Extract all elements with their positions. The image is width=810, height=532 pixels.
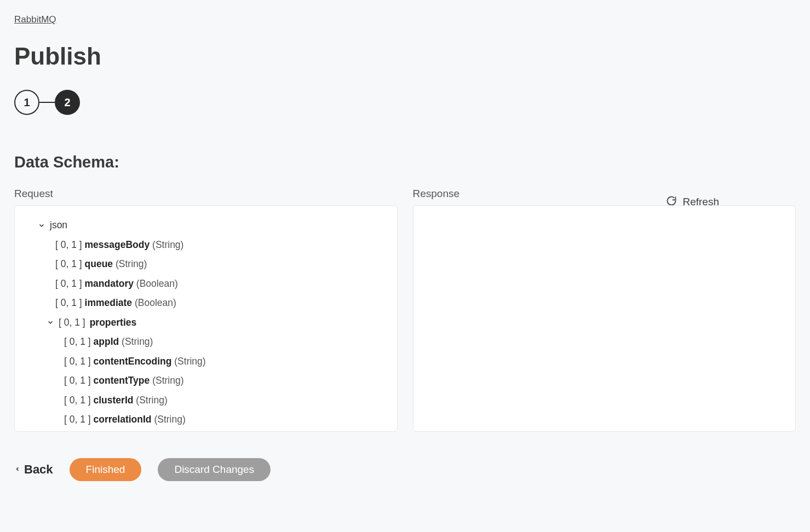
section-heading: Data Schema: bbox=[14, 153, 796, 171]
field-name: properties bbox=[90, 314, 137, 332]
field-type: (String) bbox=[152, 375, 183, 386]
back-button[interactable]: Back bbox=[14, 462, 53, 477]
field-name: clusterId bbox=[94, 395, 134, 406]
field-type: (String) bbox=[136, 395, 167, 406]
tree-field[interactable]: [ 0, 1 ] mandatory (Boolean) bbox=[55, 275, 387, 293]
occurrence: [ 0, 1 ] bbox=[64, 375, 91, 386]
tree-group-properties[interactable]: [ 0, 1 ] properties bbox=[24, 314, 387, 332]
request-panel: json [ 0, 1 ] messageBody (String)[ 0, 1… bbox=[14, 205, 398, 432]
step-2[interactable]: 2 bbox=[55, 90, 80, 115]
tree-field[interactable]: [ 0, 1 ] deliveryMode (Integer) bbox=[64, 431, 387, 432]
tree-root-label: json bbox=[50, 217, 67, 234]
field-type: (String) bbox=[154, 414, 185, 425]
tree-field[interactable]: [ 0, 1 ] appId (String) bbox=[64, 333, 387, 351]
finished-button[interactable]: Finished bbox=[70, 458, 142, 481]
tree-field[interactable]: [ 0, 1 ] contentType (String) bbox=[64, 372, 387, 390]
occurrence: [ 0, 1 ] bbox=[55, 297, 82, 308]
response-panel bbox=[413, 205, 796, 432]
back-label: Back bbox=[24, 462, 53, 477]
field-name: queue bbox=[85, 258, 113, 269]
field-name: contentType bbox=[94, 375, 150, 386]
field-name: correlationId bbox=[94, 414, 152, 425]
occurrence: [ 0, 1 ] bbox=[64, 395, 91, 406]
page-title: Publish bbox=[14, 43, 796, 70]
tree-field[interactable]: [ 0, 1 ] queue (String) bbox=[55, 256, 387, 273]
chevron-left-icon bbox=[14, 462, 21, 477]
occurrence: [ 0, 1 ] bbox=[64, 414, 91, 425]
request-tree[interactable]: json [ 0, 1 ] messageBody (String)[ 0, 1… bbox=[15, 206, 397, 431]
field-name: contentEncoding bbox=[94, 356, 172, 367]
field-type: (Boolean) bbox=[135, 297, 176, 308]
tree-field[interactable]: [ 0, 1 ] clusterId (String) bbox=[64, 392, 387, 409]
field-name: mandatory bbox=[85, 278, 134, 289]
step-1[interactable]: 1 bbox=[14, 90, 39, 115]
field-type: (Boolean) bbox=[136, 278, 178, 289]
chevron-down-icon bbox=[47, 319, 54, 326]
field-type: (String) bbox=[152, 239, 183, 250]
field-name: appId bbox=[94, 336, 119, 347]
tree-field[interactable]: [ 0, 1 ] immediate (Boolean) bbox=[55, 294, 387, 312]
field-type: (String) bbox=[122, 336, 153, 347]
occurrence: [ 0, 1 ] bbox=[64, 356, 91, 367]
response-label: Response bbox=[413, 188, 796, 200]
field-name: messageBody bbox=[85, 239, 150, 250]
wizard-steps: 1 2 bbox=[14, 90, 796, 115]
field-type: (String) bbox=[116, 258, 147, 269]
tree-root[interactable]: json bbox=[24, 217, 387, 234]
breadcrumb-link[interactable]: RabbitMQ bbox=[14, 14, 56, 25]
tree-field[interactable]: [ 0, 1 ] correlationId (String) bbox=[64, 411, 387, 429]
occurrence: [ 0, 1 ] bbox=[55, 258, 82, 269]
breadcrumb: RabbitMQ bbox=[14, 14, 796, 25]
tree-field[interactable]: [ 0, 1 ] messageBody (String) bbox=[55, 236, 387, 254]
occurrence: [ 0, 1 ] bbox=[59, 314, 85, 332]
step-connector bbox=[39, 102, 55, 103]
chevron-down-icon bbox=[38, 222, 45, 229]
occurrence: [ 0, 1 ] bbox=[64, 336, 91, 347]
occurrence: [ 0, 1 ] bbox=[55, 278, 82, 289]
tree-field[interactable]: [ 0, 1 ] contentEncoding (String) bbox=[64, 353, 387, 371]
field-name: immediate bbox=[85, 297, 133, 308]
field-type: (String) bbox=[174, 356, 205, 367]
discard-button[interactable]: Discard Changes bbox=[158, 458, 271, 481]
occurrence: [ 0, 1 ] bbox=[55, 239, 82, 250]
request-label: Request bbox=[14, 188, 398, 200]
